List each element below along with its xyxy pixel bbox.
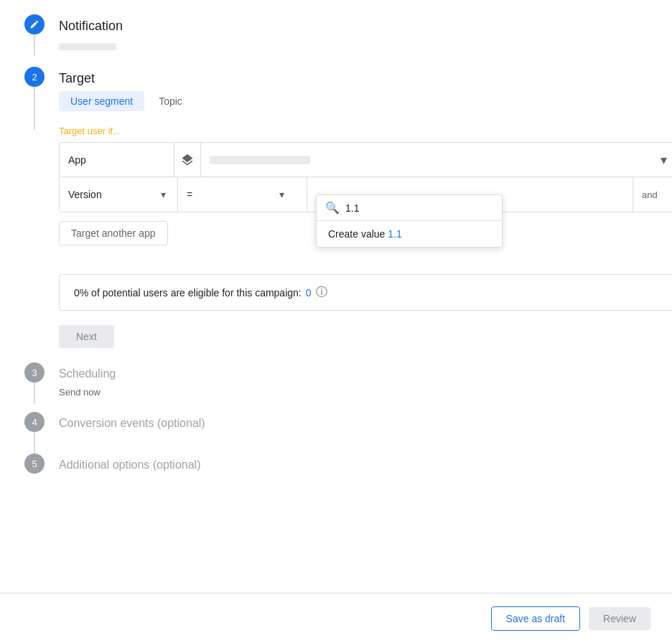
step3-left: 3 <box>22 362 47 404</box>
step5-row: 5 Additional options (optional) <box>22 454 650 492</box>
step3-content: Scheduling Send now <box>59 362 650 412</box>
app-label: App <box>68 154 86 166</box>
step1-left <box>22 14 47 56</box>
step1-subtitle-blur <box>59 43 116 50</box>
step2-content: Target User segment Topic Target user if… <box>59 67 672 362</box>
step2-left: 2 <box>22 67 47 130</box>
step2-row: 2 Target User segment Topic Target user … <box>22 67 650 362</box>
app-name-cell: ▾ <box>201 143 672 177</box>
create-value-text: 1.1 <box>388 228 401 240</box>
step3-line <box>34 382 35 404</box>
operator-select[interactable]: = <box>187 189 287 200</box>
target-user-label: Target user if... <box>59 126 672 136</box>
eligible-banner: 0% of potential users are eligible for t… <box>59 274 672 311</box>
target-another-app-button[interactable]: Target another app <box>59 221 168 245</box>
version-select[interactable]: Version <box>68 189 169 200</box>
eligible-prefix: 0% of potential users are eligible for t… <box>74 287 302 299</box>
review-button[interactable]: Review <box>589 607 650 630</box>
step4-circle: 4 <box>24 412 45 432</box>
step3-row: 3 Scheduling Send now <box>22 362 650 412</box>
app-label-cell: App <box>60 143 174 177</box>
step2-title: Target <box>59 68 672 88</box>
main-content: Notification 2 Target User segment Topic… <box>0 0 672 564</box>
help-icon[interactable]: ⓘ <box>316 285 327 300</box>
tab-topic[interactable]: Topic <box>147 91 194 111</box>
and-cell: and <box>633 177 672 212</box>
version-search-input[interactable] <box>345 202 493 214</box>
step3-subtitle: Send now <box>59 387 650 398</box>
step4-line <box>34 432 35 454</box>
tab-user-segment[interactable]: User segment <box>59 91 144 111</box>
step1-row: Notification <box>22 14 650 67</box>
version-select-wrapper: Version <box>68 189 169 200</box>
step1-title: Notification <box>59 16 650 36</box>
step1-content: Notification <box>59 14 650 67</box>
dropdown-search-bar: 🔍 <box>317 195 502 221</box>
step1-circle <box>24 14 45 34</box>
next-button[interactable]: Next <box>59 325 114 348</box>
filter-table: App ▾ <box>59 142 672 212</box>
operator-cell: = <box>178 177 307 212</box>
operator-select-wrapper: = <box>187 189 287 200</box>
app-dropdown-arrow[interactable]: ▾ <box>661 152 667 168</box>
version-label-cell: Version <box>60 177 178 212</box>
step2-line <box>34 87 35 130</box>
app-icon-cell <box>174 143 201 177</box>
footer: Save as draft Review <box>0 593 672 643</box>
app-filter-row: App ▾ <box>60 143 672 177</box>
create-value-item[interactable]: Create value 1.1 <box>317 221 502 247</box>
step5-circle: 5 <box>24 454 45 474</box>
and-label: and <box>642 189 658 200</box>
version-filter-row: Version = <box>60 177 672 212</box>
app-name-blur <box>210 156 310 164</box>
search-icon: 🔍 <box>325 201 340 215</box>
save-as-draft-button[interactable]: Save as draft <box>491 606 581 631</box>
step3-circle: 3 <box>24 362 45 382</box>
step5-content: Additional options (optional) <box>59 454 650 492</box>
step3-title[interactable]: Scheduling <box>59 364 650 384</box>
step5-left: 5 <box>22 454 47 474</box>
step4-left: 4 <box>22 412 47 454</box>
tab-bar: User segment Topic <box>59 91 672 111</box>
layers-icon <box>180 153 195 167</box>
step5-title[interactable]: Additional options (optional) <box>59 455 650 475</box>
step4-row: 4 Conversion events (optional) <box>22 412 650 454</box>
version-dropdown-popup: 🔍 Create value 1.1 <box>316 194 503 248</box>
step2-circle: 2 <box>24 67 45 87</box>
step4-title[interactable]: Conversion events (optional) <box>59 413 650 433</box>
eligible-count[interactable]: 0 <box>306 287 312 299</box>
step4-content: Conversion events (optional) <box>59 412 650 451</box>
value-cell: 🔍 Create value 1.1 <box>307 177 633 212</box>
step1-line <box>34 34 35 56</box>
